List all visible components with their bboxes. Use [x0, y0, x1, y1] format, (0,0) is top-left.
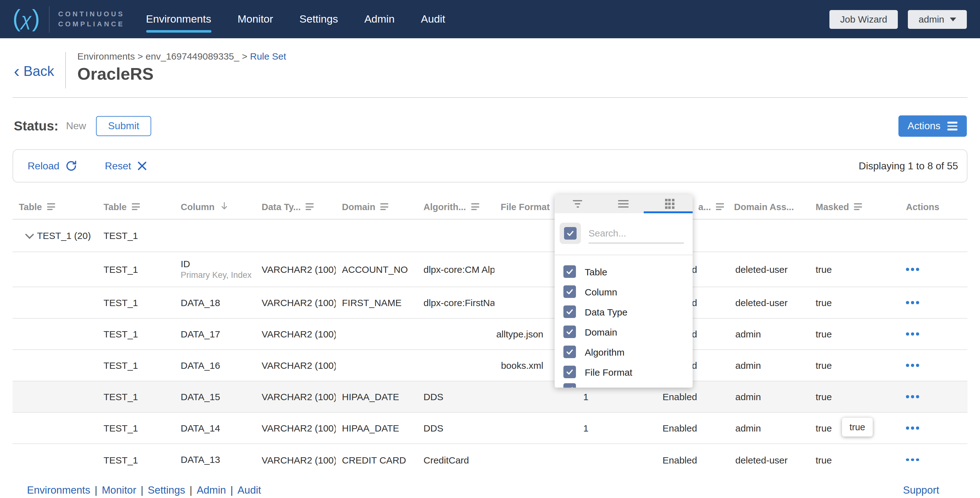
cell-algorithm: dlpx-core:CM Alp...: [417, 252, 495, 286]
popup-column-item-domain[interactable]: Domain: [555, 322, 693, 342]
row-actions-button[interactable]: [906, 364, 919, 367]
cell-domain: FIRST_NAME: [336, 287, 417, 318]
column-selector-popup: Search... TableColumnData TypeDomainAlgo…: [555, 194, 693, 388]
cell-table-group: [13, 350, 97, 381]
cell-algorithm: [417, 318, 495, 349]
cell-column: DATA_17: [174, 318, 255, 349]
filter-funnel-icon: [573, 200, 582, 207]
row-actions-button[interactable]: [906, 268, 919, 271]
cell-masked: true: [804, 287, 891, 318]
cell-actions: [891, 287, 967, 318]
table-body: TEST_1 (20)TEST_1TEST_1IDPrimary Key, In…: [13, 220, 967, 476]
tab-columns[interactable]: [646, 194, 693, 213]
masked-tooltip: true: [842, 418, 873, 436]
footer-link-settings[interactable]: Settings: [148, 484, 185, 495]
footer-link-environments[interactable]: Environments: [27, 484, 90, 495]
popup-column-item-file-format[interactable]: File Format: [555, 362, 693, 382]
cell-algorithm: dlpx-core:FirstNa...: [417, 287, 495, 318]
checkbox-checked-icon: [563, 305, 576, 318]
partial-list-item: [555, 383, 693, 388]
filter-icon: [380, 203, 388, 210]
back-label: Back: [24, 64, 54, 80]
table-group-row[interactable]: TEST_1 (20)TEST_1: [13, 220, 967, 252]
table-row: TEST_1DATA_17VARCHAR2 (100)alltype.jsonE…: [13, 318, 967, 350]
select-all-checkbox[interactable]: [560, 223, 581, 244]
cell-table-group: [13, 252, 97, 286]
row-actions-button[interactable]: [906, 395, 919, 398]
popup-column-label: Algorithm: [585, 347, 625, 357]
breadcrumb-trail[interactable]: Environments > env_1697449089335_ >: [78, 51, 248, 62]
cell-masked: true: [804, 318, 891, 349]
table-row: TEST_1DATA_16VARCHAR2 (100)books.xmlEnab…: [13, 350, 967, 381]
popup-column-item-algorithm[interactable]: Algorithm: [555, 342, 693, 362]
table-row: TEST_1DATA_15VARCHAR2 (100)HIPAA_DATEDDS…: [13, 381, 967, 413]
column-header-table[interactable]: Table: [97, 194, 174, 219]
nav-item-environments[interactable]: Environments: [146, 13, 211, 25]
tab-rows[interactable]: [601, 194, 647, 213]
column-header-actions[interactable]: Actions: [891, 194, 967, 219]
cell-domain: [336, 350, 417, 381]
column-header-table[interactable]: Table: [13, 194, 97, 219]
tab-filter[interactable]: [555, 194, 601, 213]
table-row: TEST_1DATA_13VARCHAR2 (100)CREDIT CARDCr…: [13, 444, 967, 476]
row-actions-button[interactable]: [906, 458, 919, 461]
nav-item-monitor[interactable]: Monitor: [237, 13, 273, 25]
footer-link-monitor[interactable]: Monitor: [102, 484, 136, 495]
row-actions-button[interactable]: [906, 333, 919, 336]
row-actions-button[interactable]: [906, 427, 919, 430]
cell-table: TEST_1: [97, 413, 174, 444]
column-header-data-ty[interactable]: Data Ty...: [255, 194, 336, 219]
reload-label: Reload: [28, 160, 59, 172]
popup-column-item-data-type[interactable]: Data Type: [555, 302, 693, 322]
cell-data-type: VARCHAR2 (100): [255, 413, 336, 444]
nav-item-admin[interactable]: Admin: [364, 13, 395, 25]
app-root: (χ) CONTINUOUS COMPLIANCE EnvironmentsMo…: [0, 0, 980, 498]
breadcrumb-section: ‹ Back Environments > env_1697449089335_…: [14, 49, 980, 97]
reload-button[interactable]: Reload: [28, 160, 77, 172]
group-label: TEST_1 (20): [37, 230, 91, 241]
breadcrumb: Environments > env_1697449089335_ > Rule…: [78, 51, 286, 62]
column-header-column[interactable]: Column: [174, 194, 255, 219]
job-wizard-button[interactable]: Job Wizard: [829, 10, 898, 29]
row-actions-button[interactable]: [906, 301, 919, 304]
actions-button[interactable]: Actions: [898, 115, 967, 137]
support-link[interactable]: Support: [903, 484, 939, 496]
cell-data-type: VARCHAR2 (100): [255, 381, 336, 412]
cell-actions: [891, 413, 967, 444]
submit-button[interactable]: Submit: [96, 116, 151, 136]
column-name: DATA_13: [181, 454, 220, 466]
column-name: DATA_18: [181, 297, 220, 309]
sort-desc-icon: [220, 201, 229, 213]
cell-count: 1: [551, 413, 595, 444]
user-menu-button[interactable]: admin: [908, 10, 967, 29]
breadcrumb-current[interactable]: Rule Set: [250, 51, 286, 62]
footer-link-audit[interactable]: Audit: [237, 484, 261, 495]
column-header-domain-ass[interactable]: Domain Ass...: [728, 194, 804, 219]
popup-column-item-table[interactable]: Table: [555, 261, 693, 282]
column-header-domain[interactable]: Domain: [336, 194, 417, 219]
column-name: DATA_17: [181, 328, 220, 340]
popup-column-label: Domain: [585, 326, 617, 337]
breadcrumb-block: Environments > env_1697449089335_ > Rule…: [78, 49, 286, 84]
checkbox-checked-icon: [563, 366, 576, 378]
column-header-label: Table: [103, 202, 127, 212]
cell-empty: [336, 220, 417, 251]
footer-link-admin[interactable]: Admin: [197, 484, 226, 495]
actions-label: Actions: [908, 121, 940, 132]
brand-text: CONTINUOUS COMPLIANCE: [58, 10, 124, 29]
back-button[interactable]: ‹ Back: [14, 64, 54, 80]
table-row: TEST_1IDPrimary Key, IndexVARCHAR2 (100)…: [13, 252, 967, 287]
popup-column-item-column[interactable]: Column: [555, 282, 693, 302]
column-header-algorith[interactable]: Algorith...: [417, 194, 495, 219]
nav-item-audit[interactable]: Audit: [421, 13, 445, 25]
column-header-masked[interactable]: Masked: [804, 194, 891, 219]
popup-search-input[interactable]: Search...: [589, 223, 684, 243]
cell-domain-assigned-by: deleted-user: [728, 444, 804, 476]
chevron-down-icon[interactable]: [25, 230, 34, 239]
cell-file-format: [495, 381, 551, 412]
column-header-file-format[interactable]: File Format: [495, 194, 551, 219]
reset-button[interactable]: Reset: [105, 160, 148, 172]
nav-item-settings[interactable]: Settings: [299, 13, 338, 25]
nav-right: Job Wizard admin: [829, 10, 967, 29]
cell-table-group: [13, 413, 97, 444]
